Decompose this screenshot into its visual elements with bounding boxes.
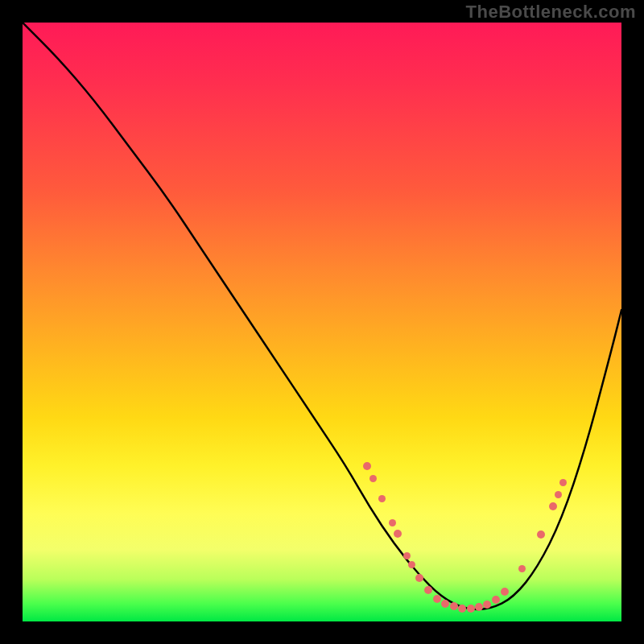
curve-marker (458, 605, 466, 613)
curve-marker (394, 530, 402, 538)
curve-marker (389, 519, 396, 526)
curve-marker (441, 600, 449, 608)
curve-marker (492, 596, 500, 604)
plot-area (23, 23, 621, 621)
curve-marker (378, 495, 386, 502)
curve-marker (475, 603, 483, 611)
curve-marker (537, 530, 545, 539)
curve-marker (408, 561, 415, 568)
bottleneck-curve-svg (23, 23, 621, 621)
curve-marker (363, 462, 371, 470)
curve-marker (433, 595, 441, 603)
curve-marker (467, 605, 475, 613)
curve-marker (501, 588, 509, 596)
chart-frame: TheBottleneck.com (0, 0, 644, 644)
watermark-text: TheBottleneck.com (466, 2, 636, 23)
bottleneck-curve-path (23, 23, 621, 609)
curve-marker (518, 565, 526, 572)
curve-marker (403, 552, 411, 559)
